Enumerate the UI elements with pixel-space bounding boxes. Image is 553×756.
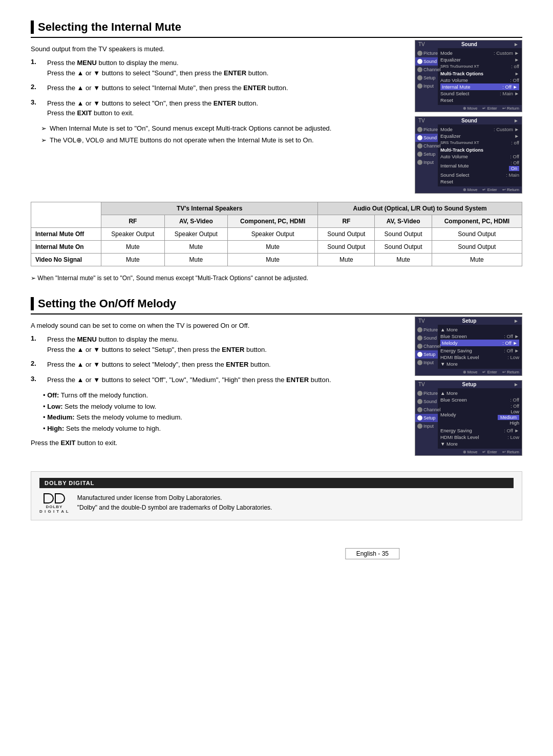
tv-menu-2a: TV Setup ► Picture Sound Channel Setup I… — [415, 317, 522, 376]
table-row-no-signal: Video No Signal Mute Mute Mute Mute Mute… — [31, 254, 522, 266]
sidebar-picture-2b: Picture — [415, 389, 438, 397]
menu-tab-sound: Sound — [461, 41, 477, 47]
menu-row-energy-2b: Energy Saving: Off ► — [440, 427, 519, 434]
menu-row-autovol-1b: Auto Volume: Off — [440, 153, 519, 160]
table-notice: ➢ When "Internal mute" is set to "On", S… — [31, 275, 522, 282]
col-group-internal: TV's Internal Speakers — [101, 202, 318, 215]
menu-row-mode: Mode: Custom ► — [440, 50, 519, 56]
sidebar-setup-2a: Setup — [415, 350, 438, 359]
page-number: English - 35 — [346, 548, 399, 559]
menu-row-srs: SRS TruSurround XT: off — [440, 63, 519, 70]
menu-row-more-down-2b: ▼ More — [440, 440, 519, 447]
dolby-logo: DOLBYD I G I T A L — [39, 493, 69, 514]
menu-row-hdmi-2a: HDMI Black Level: Low — [440, 354, 519, 361]
menu-tab-setup-2b: Setup — [462, 382, 477, 387]
sidebar-setup-1b: Setup — [415, 150, 438, 158]
sidebar-picture: Picture — [415, 49, 438, 57]
menu-tab-tv: TV — [418, 41, 425, 47]
menu-row-mode-1b: Mode: Custom ► — [440, 126, 519, 133]
tv-menu-content-1b: Mode: Custom ► Equalizer► SRS TruSurroun… — [438, 124, 522, 186]
dolby-content: DOLBYD I G I T A L Manufactured under li… — [39, 493, 514, 514]
sidebar-input-1b: Input — [415, 158, 438, 166]
menu-tab-tv-2a: TV — [418, 318, 425, 324]
step2-3-num: 3. — [31, 375, 39, 383]
col-comp-1: Component, PC, HDMI — [228, 215, 318, 228]
menu-row-srs-1b: SRS TruSurround XT: off — [440, 139, 519, 146]
menu-tab-arrow-2a: ► — [514, 318, 519, 324]
note2: ➢ The VOL⊕, VOL⊝ and MUTE buttons do not… — [41, 135, 405, 145]
menu-tab-sound-1b: Sound — [461, 118, 477, 123]
sidebar-sound-2a: Sound — [415, 334, 438, 342]
menu-row-internal-1b: Internal Mute : Off On — [440, 160, 519, 172]
col-comp-2: Component, PC, HDMI — [432, 215, 522, 228]
step1-text: Press the MENU button to display the men… — [47, 58, 405, 78]
tv-sidebar-1b: Picture Sound Channel Setup Input — [415, 124, 438, 186]
tv-menu-content-2b: ▲ More Blue Screen: Off Melody : Off Low… — [438, 388, 522, 449]
menu-row-eq: Equalizer► — [440, 56, 519, 63]
menu-tab-arrow-1b: ► — [514, 118, 519, 123]
sidebar-input-2a: Input — [415, 359, 438, 367]
menu-row-hdmi-2b: HDMI Black Level: Low — [440, 434, 519, 440]
menu-row-bluescreen-2a: Blue Screen: Off ► — [440, 333, 519, 340]
col-group-audio-out: Audio Out (Optical, L/R Out) to Sound Sy… — [318, 202, 522, 215]
section2-title-text: Setting the On/Off Melody — [38, 297, 176, 310]
menu-row-sound-select-1b: Sound Select: Main — [440, 172, 519, 178]
step2-2-text: Press the ▲ or ▼ buttons to select "Melo… — [47, 360, 405, 370]
menu-row-melody-2a: Melody: Off ► — [440, 340, 519, 346]
section2-title: Setting the On/Off Melody — [31, 297, 522, 314]
menu-row-multitrack: Multi-Track Options► — [440, 71, 519, 77]
menu-tab-arrow: ► — [514, 41, 519, 47]
tv-menu-footer-2b: ⊕ Move↵ Enter↩ Return — [415, 449, 522, 455]
menu-row-energy-2a: Energy Saving: Off ► — [440, 347, 519, 354]
step2-3-text: Press the ▲ or ▼ buttons to select "Off"… — [47, 375, 405, 385]
note1: ➢ When Internal Mute is set to "On", Sou… — [41, 123, 405, 134]
sidebar-picture-2a: Picture — [415, 326, 438, 334]
menu-row-more-up-2a: ▲ More — [440, 326, 519, 333]
step2-1-text: Press the MENU button to display the men… — [47, 334, 405, 354]
section-internal-mute: Selecting the Internal Mute TV Sound ► P… — [31, 20, 522, 282]
dolby-line2: "Dolby" and the double-D symbol are trad… — [77, 504, 272, 511]
tv-menu-footer-1a: ⊕ Move↵ Enter↩ Return — [415, 105, 522, 112]
sidebar-sound: Sound — [415, 57, 438, 66]
sidebar-picture-1b: Picture — [415, 125, 438, 134]
tv-menu-content-2a: ▲ More Blue Screen: Off ► Melody: Off ► … — [438, 325, 522, 369]
sidebar-input: Input — [415, 82, 438, 90]
col-av-2: AV, S-Video — [375, 215, 432, 228]
menu-tab-arrow-2b: ► — [514, 382, 519, 387]
section1-title: Selecting the Internal Mute — [31, 20, 522, 38]
sidebar-setup-2b: Setup — [415, 414, 438, 422]
menu-row-multitrack-1b: Multi-Track Options — [440, 147, 519, 153]
step1-num: 1. — [31, 58, 39, 66]
menu-tab-tv-1b: TV — [418, 118, 425, 123]
section-melody: Setting the On/Off Melody TV Setup ► Pic… — [31, 297, 522, 456]
tv-menu-footer-1b: ⊕ Move↵ Enter↩ Return — [415, 186, 522, 193]
dolby-section: DOLBY DIGITAL DOLBYD I G I T A L Manufac… — [31, 471, 522, 520]
menu-tab-setup-2a: Setup — [462, 318, 477, 324]
table-row-mute-on: Internal Mute On Mute Mute Mute Sound Ou… — [31, 241, 522, 254]
col-av-1: AV, S-Video — [164, 215, 227, 228]
menu-row-eq-1b: Equalizer► — [440, 133, 519, 139]
menu-row-reset: Reset — [440, 97, 519, 103]
menu-tab-tv-2b: TV — [418, 382, 425, 387]
tv-sidebar-2a: Picture Sound Channel Setup Input — [415, 325, 438, 369]
tv-sidebar-2b: Picture Sound Channel Setup Input — [415, 388, 438, 449]
col-rf-1: RF — [101, 215, 164, 228]
dolby-line1: Manufactured under license from Dolby La… — [77, 494, 222, 501]
menu-row-sound-select: Sound Select: Main ► — [440, 90, 519, 97]
menu-row-more-up-2b: ▲ More — [440, 390, 519, 396]
menu-row-bluescreen-2b: Blue Screen: Off — [440, 396, 519, 403]
menu-row-reset-1b: Reset — [440, 178, 519, 185]
dolby-text: Manufactured under license from Dolby La… — [77, 493, 272, 513]
sidebar-input-2b: Input — [415, 422, 438, 430]
menu-row-melody-2b: Melody : Off Low Medium High — [440, 403, 519, 426]
tv-menu-content-1a: Mode: Custom ► Equalizer► SRS TruSurroun… — [438, 48, 522, 105]
tv-menu-group-1: TV Sound ► Picture Sound Channel Setup I… — [415, 40, 522, 194]
step2-text: Press the ▲ or ▼ buttons to select "Inte… — [47, 83, 405, 93]
menu-row-internal-mute: Internal Mute: Off ► — [440, 83, 519, 90]
tv-menu-group-2: TV Setup ► Picture Sound Channel Setup I… — [415, 317, 522, 456]
section1-title-text: Selecting the Internal Mute — [38, 20, 181, 34]
dolby-title: DOLBY DIGITAL — [39, 478, 514, 488]
table-row-mute-off: Internal Mute Off Speaker Output Speaker… — [31, 228, 522, 241]
tv-menu-footer-2a: ⊕ Move↵ Enter↩ Return — [415, 369, 522, 375]
col-rf-2: RF — [318, 215, 375, 228]
